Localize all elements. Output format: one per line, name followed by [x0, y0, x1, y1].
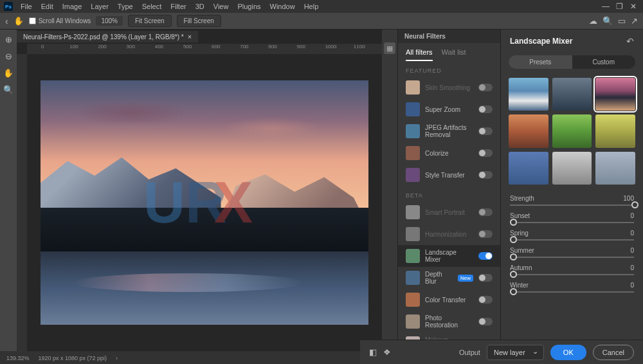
filter-item[interactable]: Photo Restoration — [398, 311, 500, 332]
menu-window[interactable]: Window — [266, 1, 299, 12]
filter-toggle[interactable] — [478, 274, 493, 282]
zoom-in-icon[interactable]: ⊕ — [3, 33, 14, 45]
close-window-icon[interactable]: ✕ — [626, 1, 639, 12]
slider-track[interactable] — [510, 205, 634, 206]
filter-toggle[interactable] — [478, 105, 493, 113]
layers-icon[interactable]: ❖ — [383, 347, 391, 357]
menu-type[interactable]: Type — [114, 1, 137, 12]
slider-knob[interactable] — [510, 219, 517, 226]
preset-thumbnail[interactable] — [509, 78, 548, 111]
section-beta: BETA — [398, 186, 500, 201]
filter-thumbnail — [406, 314, 420, 329]
menu-select[interactable]: Select — [138, 1, 166, 12]
document-tab[interactable]: Neural-Filters-Ps-2022.psd @ 139% (Layer… — [17, 31, 198, 42]
menu-edit[interactable]: Edit — [37, 1, 57, 12]
filter-thumbnail — [406, 102, 420, 116]
filter-toggle[interactable] — [478, 208, 493, 216]
tab-custom[interactable]: Custom — [572, 55, 636, 69]
menu-layer[interactable]: Layer — [87, 1, 113, 12]
filter-toggle[interactable] — [478, 296, 493, 304]
restore-icon[interactable]: ❐ — [612, 1, 625, 12]
search-icon[interactable]: 🔍 — [602, 16, 613, 26]
menu-3d[interactable]: 3D — [192, 1, 208, 12]
workspace-icon[interactable]: ▭ — [618, 16, 626, 26]
filter-toggle[interactable] — [478, 149, 493, 157]
slider-knob[interactable] — [510, 253, 517, 260]
scroll-all-checkbox[interactable]: Scroll All Windows — [29, 17, 91, 24]
filter-item[interactable]: Smart Portrait — [398, 201, 500, 223]
ok-button[interactable]: OK — [550, 345, 586, 360]
preset-thumbnail[interactable] — [595, 114, 635, 147]
hand-tool-icon[interactable]: ✋ — [3, 67, 14, 78]
slider-knob[interactable] — [510, 288, 517, 295]
tab-all-filters[interactable]: All filters — [406, 48, 433, 61]
status-zoom[interactable]: 139.32% — [6, 355, 30, 361]
slider-track[interactable] — [510, 291, 634, 293]
preset-thumbnail[interactable] — [595, 152, 635, 185]
slider-knob[interactable] — [510, 271, 517, 278]
slider-track[interactable] — [510, 239, 634, 241]
slider-knob[interactable] — [510, 236, 517, 243]
filter-toggle[interactable] — [478, 230, 493, 238]
filter-thumbnail — [406, 227, 420, 241]
slider-track[interactable] — [510, 274, 634, 275]
preset-thumbnail[interactable] — [509, 114, 548, 147]
filter-item[interactable]: Colorize — [398, 142, 500, 164]
filter-item[interactable]: Super Zoom — [398, 98, 500, 120]
filter-label: Colorize — [425, 150, 473, 157]
preset-thumbnail[interactable] — [552, 78, 592, 111]
share-icon[interactable]: ↗ — [631, 16, 638, 26]
home-back-icon[interactable]: ‹ — [5, 16, 8, 26]
filter-item[interactable]: Skin Smoothing — [398, 77, 500, 98]
filter-toggle[interactable] — [478, 84, 493, 91]
reset-icon[interactable]: ↶ — [626, 36, 634, 46]
filter-label: Style Transfer — [425, 172, 473, 179]
hand-tool-icon[interactable]: ✋ — [14, 16, 24, 26]
filter-item[interactable]: Landscape Mixer — [398, 245, 500, 267]
tab-presets[interactable]: Presets — [509, 55, 572, 69]
slider-label: Strength — [510, 195, 534, 202]
zoom-out-icon[interactable]: ⊖ — [3, 50, 14, 62]
menu-plugins[interactable]: Plugins — [233, 1, 264, 12]
fit-screen-button[interactable]: Fit Screen — [128, 15, 172, 27]
slider-sunset: Sunset0 — [510, 212, 634, 223]
minimize-icon[interactable]: — — [598, 1, 611, 12]
status-chevron-icon[interactable]: › — [116, 355, 118, 361]
menu-image[interactable]: Image — [59, 1, 86, 12]
canvas-viewport[interactable]: URX — [27, 54, 382, 351]
preset-thumbnail[interactable] — [552, 152, 592, 185]
filter-item[interactable]: Color Transfer — [398, 289, 500, 311]
slider-track[interactable] — [510, 257, 634, 258]
output-label: Output — [459, 349, 480, 356]
filter-item[interactable]: Harmonization — [398, 223, 500, 245]
preset-thumbnail[interactable] — [595, 78, 635, 111]
menu-view[interactable]: View — [210, 1, 233, 12]
menu-filter[interactable]: Filter — [167, 1, 190, 12]
filter-toggle[interactable] — [478, 171, 493, 179]
cancel-button[interactable]: Cancel — [593, 345, 634, 360]
close-tab-icon[interactable]: × — [188, 33, 192, 41]
slider-knob[interactable] — [631, 201, 638, 208]
tools-panel: ⊕ ⊖ ✋ 🔍 — [0, 30, 17, 351]
filter-toggle[interactable] — [478, 127, 493, 135]
slider-track[interactable] — [510, 222, 634, 223]
preset-thumbnail[interactable] — [552, 114, 592, 147]
filter-label: JPEG Artifacts Removal — [425, 124, 473, 138]
magnify-icon[interactable]: 🔍 — [3, 84, 14, 95]
before-after-icon[interactable]: ◧ — [369, 347, 377, 357]
fill-screen-button[interactable]: Fill Screen — [177, 15, 221, 27]
menu-file[interactable]: File — [17, 1, 36, 12]
tab-wait-list[interactable]: Wait list — [442, 48, 466, 61]
output-select[interactable]: New layer — [487, 345, 544, 360]
panel-collapsed-icon[interactable]: ▦ — [384, 42, 395, 54]
menu-help[interactable]: Help — [300, 1, 323, 12]
filter-item[interactable]: JPEG Artifacts Removal — [398, 120, 500, 142]
filter-toggle[interactable] — [478, 252, 493, 260]
filter-item[interactable]: Depth BlurNew — [398, 267, 500, 289]
filter-item[interactable]: Style Transfer — [398, 164, 500, 186]
filter-toggle[interactable] — [478, 318, 493, 325]
preset-thumbnail[interactable] — [509, 152, 548, 185]
slider-value: 0 — [630, 212, 634, 219]
cloud-docs-icon[interactable]: ☁ — [589, 16, 597, 26]
zoom-value[interactable]: 100% — [96, 16, 123, 26]
